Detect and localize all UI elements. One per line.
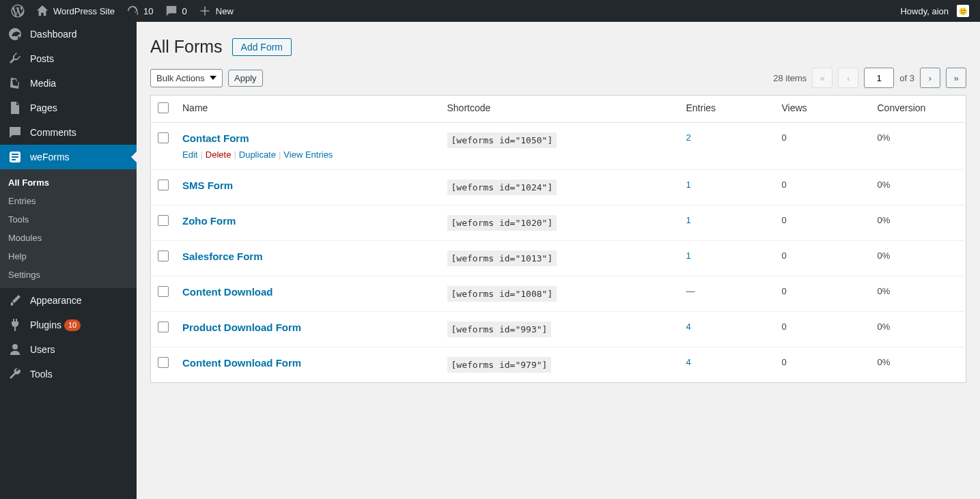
wp-logo[interactable] bbox=[5, 0, 30, 22]
new-label: New bbox=[216, 6, 234, 16]
new-content-link[interactable]: New bbox=[193, 0, 239, 22]
comment-count: 0 bbox=[182, 6, 187, 16]
update-count: 10 bbox=[143, 6, 153, 16]
howdy-text: Howdy, aion bbox=[900, 6, 949, 16]
avatar: 🙂 bbox=[957, 5, 969, 17]
updates-link[interactable]: 10 bbox=[120, 0, 158, 22]
my-account[interactable]: Howdy, aion 🙂 bbox=[895, 0, 975, 22]
comments-link[interactable]: 0 bbox=[159, 0, 193, 22]
site-name-link[interactable]: WordPress Site bbox=[30, 0, 120, 22]
site-name: WordPress Site bbox=[53, 6, 115, 16]
